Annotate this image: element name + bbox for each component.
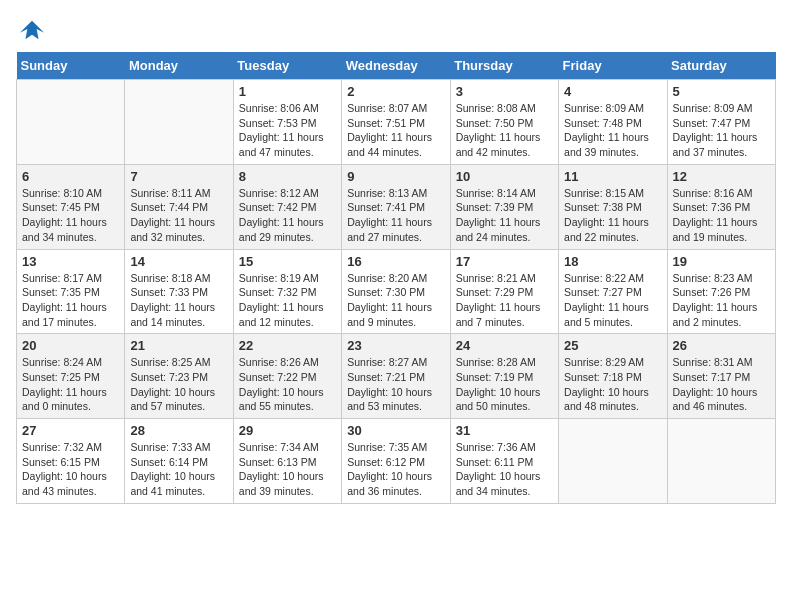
day-number: 4	[564, 84, 661, 99]
day-info: Sunrise: 8:18 AM Sunset: 7:33 PM Dayligh…	[130, 271, 227, 330]
calendar-cell: 1Sunrise: 8:06 AM Sunset: 7:53 PM Daylig…	[233, 80, 341, 165]
day-info: Sunrise: 8:27 AM Sunset: 7:21 PM Dayligh…	[347, 355, 444, 414]
calendar-cell: 31Sunrise: 7:36 AM Sunset: 6:11 PM Dayli…	[450, 419, 558, 504]
calendar-cell: 12Sunrise: 8:16 AM Sunset: 7:36 PM Dayli…	[667, 164, 775, 249]
calendar-cell: 2Sunrise: 8:07 AM Sunset: 7:51 PM Daylig…	[342, 80, 450, 165]
day-number: 1	[239, 84, 336, 99]
calendar-cell: 30Sunrise: 7:35 AM Sunset: 6:12 PM Dayli…	[342, 419, 450, 504]
day-info: Sunrise: 8:06 AM Sunset: 7:53 PM Dayligh…	[239, 101, 336, 160]
day-info: Sunrise: 8:07 AM Sunset: 7:51 PM Dayligh…	[347, 101, 444, 160]
day-info: Sunrise: 8:11 AM Sunset: 7:44 PM Dayligh…	[130, 186, 227, 245]
calendar-cell: 9Sunrise: 8:13 AM Sunset: 7:41 PM Daylig…	[342, 164, 450, 249]
day-number: 28	[130, 423, 227, 438]
svg-marker-0	[20, 21, 44, 40]
logo-bird-icon	[18, 16, 46, 44]
day-number: 10	[456, 169, 553, 184]
calendar-cell: 6Sunrise: 8:10 AM Sunset: 7:45 PM Daylig…	[17, 164, 125, 249]
calendar-cell: 16Sunrise: 8:20 AM Sunset: 7:30 PM Dayli…	[342, 249, 450, 334]
day-number: 29	[239, 423, 336, 438]
day-info: Sunrise: 8:24 AM Sunset: 7:25 PM Dayligh…	[22, 355, 119, 414]
day-number: 13	[22, 254, 119, 269]
day-number: 12	[673, 169, 770, 184]
calendar-cell: 13Sunrise: 8:17 AM Sunset: 7:35 PM Dayli…	[17, 249, 125, 334]
header-monday: Monday	[125, 52, 233, 80]
calendar-cell: 21Sunrise: 8:25 AM Sunset: 7:23 PM Dayli…	[125, 334, 233, 419]
day-info: Sunrise: 8:20 AM Sunset: 7:30 PM Dayligh…	[347, 271, 444, 330]
logo	[16, 16, 46, 40]
calendar-week-2: 6Sunrise: 8:10 AM Sunset: 7:45 PM Daylig…	[17, 164, 776, 249]
calendar-week-4: 20Sunrise: 8:24 AM Sunset: 7:25 PM Dayli…	[17, 334, 776, 419]
calendar-cell: 7Sunrise: 8:11 AM Sunset: 7:44 PM Daylig…	[125, 164, 233, 249]
day-info: Sunrise: 8:09 AM Sunset: 7:48 PM Dayligh…	[564, 101, 661, 160]
day-info: Sunrise: 8:25 AM Sunset: 7:23 PM Dayligh…	[130, 355, 227, 414]
day-number: 25	[564, 338, 661, 353]
calendar-week-1: 1Sunrise: 8:06 AM Sunset: 7:53 PM Daylig…	[17, 80, 776, 165]
day-info: Sunrise: 7:35 AM Sunset: 6:12 PM Dayligh…	[347, 440, 444, 499]
day-info: Sunrise: 8:17 AM Sunset: 7:35 PM Dayligh…	[22, 271, 119, 330]
header-friday: Friday	[559, 52, 667, 80]
day-number: 14	[130, 254, 227, 269]
calendar-cell: 29Sunrise: 7:34 AM Sunset: 6:13 PM Dayli…	[233, 419, 341, 504]
day-number: 5	[673, 84, 770, 99]
calendar-cell	[125, 80, 233, 165]
day-info: Sunrise: 8:13 AM Sunset: 7:41 PM Dayligh…	[347, 186, 444, 245]
day-number: 3	[456, 84, 553, 99]
calendar-cell	[667, 419, 775, 504]
header-sunday: Sunday	[17, 52, 125, 80]
calendar-cell: 20Sunrise: 8:24 AM Sunset: 7:25 PM Dayli…	[17, 334, 125, 419]
calendar-cell: 26Sunrise: 8:31 AM Sunset: 7:17 PM Dayli…	[667, 334, 775, 419]
calendar-cell: 28Sunrise: 7:33 AM Sunset: 6:14 PM Dayli…	[125, 419, 233, 504]
day-info: Sunrise: 7:36 AM Sunset: 6:11 PM Dayligh…	[456, 440, 553, 499]
day-info: Sunrise: 7:33 AM Sunset: 6:14 PM Dayligh…	[130, 440, 227, 499]
day-info: Sunrise: 8:29 AM Sunset: 7:18 PM Dayligh…	[564, 355, 661, 414]
calendar-cell	[17, 80, 125, 165]
day-info: Sunrise: 8:15 AM Sunset: 7:38 PM Dayligh…	[564, 186, 661, 245]
day-info: Sunrise: 8:22 AM Sunset: 7:27 PM Dayligh…	[564, 271, 661, 330]
day-number: 16	[347, 254, 444, 269]
day-info: Sunrise: 8:16 AM Sunset: 7:36 PM Dayligh…	[673, 186, 770, 245]
calendar-cell: 3Sunrise: 8:08 AM Sunset: 7:50 PM Daylig…	[450, 80, 558, 165]
day-info: Sunrise: 8:14 AM Sunset: 7:39 PM Dayligh…	[456, 186, 553, 245]
header-saturday: Saturday	[667, 52, 775, 80]
day-number: 7	[130, 169, 227, 184]
header	[16, 16, 776, 40]
day-info: Sunrise: 8:08 AM Sunset: 7:50 PM Dayligh…	[456, 101, 553, 160]
day-info: Sunrise: 8:28 AM Sunset: 7:19 PM Dayligh…	[456, 355, 553, 414]
calendar-cell: 19Sunrise: 8:23 AM Sunset: 7:26 PM Dayli…	[667, 249, 775, 334]
calendar-cell: 23Sunrise: 8:27 AM Sunset: 7:21 PM Dayli…	[342, 334, 450, 419]
day-number: 21	[130, 338, 227, 353]
calendar-cell: 14Sunrise: 8:18 AM Sunset: 7:33 PM Dayli…	[125, 249, 233, 334]
header-tuesday: Tuesday	[233, 52, 341, 80]
day-number: 20	[22, 338, 119, 353]
day-info: Sunrise: 8:19 AM Sunset: 7:32 PM Dayligh…	[239, 271, 336, 330]
calendar-cell: 15Sunrise: 8:19 AM Sunset: 7:32 PM Dayli…	[233, 249, 341, 334]
header-wednesday: Wednesday	[342, 52, 450, 80]
calendar-cell: 17Sunrise: 8:21 AM Sunset: 7:29 PM Dayli…	[450, 249, 558, 334]
day-info: Sunrise: 8:12 AM Sunset: 7:42 PM Dayligh…	[239, 186, 336, 245]
calendar-week-5: 27Sunrise: 7:32 AM Sunset: 6:15 PM Dayli…	[17, 419, 776, 504]
day-number: 19	[673, 254, 770, 269]
calendar-cell: 4Sunrise: 8:09 AM Sunset: 7:48 PM Daylig…	[559, 80, 667, 165]
day-info: Sunrise: 8:21 AM Sunset: 7:29 PM Dayligh…	[456, 271, 553, 330]
calendar-cell: 27Sunrise: 7:32 AM Sunset: 6:15 PM Dayli…	[17, 419, 125, 504]
day-number: 15	[239, 254, 336, 269]
calendar-cell: 25Sunrise: 8:29 AM Sunset: 7:18 PM Dayli…	[559, 334, 667, 419]
day-info: Sunrise: 8:23 AM Sunset: 7:26 PM Dayligh…	[673, 271, 770, 330]
calendar-cell: 18Sunrise: 8:22 AM Sunset: 7:27 PM Dayli…	[559, 249, 667, 334]
day-number: 26	[673, 338, 770, 353]
calendar-cell: 11Sunrise: 8:15 AM Sunset: 7:38 PM Dayli…	[559, 164, 667, 249]
calendar-cell: 8Sunrise: 8:12 AM Sunset: 7:42 PM Daylig…	[233, 164, 341, 249]
day-number: 8	[239, 169, 336, 184]
calendar-cell: 10Sunrise: 8:14 AM Sunset: 7:39 PM Dayli…	[450, 164, 558, 249]
header-thursday: Thursday	[450, 52, 558, 80]
calendar-week-3: 13Sunrise: 8:17 AM Sunset: 7:35 PM Dayli…	[17, 249, 776, 334]
calendar-header-row: SundayMondayTuesdayWednesdayThursdayFrid…	[17, 52, 776, 80]
day-number: 31	[456, 423, 553, 438]
day-number: 30	[347, 423, 444, 438]
calendar-cell: 22Sunrise: 8:26 AM Sunset: 7:22 PM Dayli…	[233, 334, 341, 419]
calendar-table: SundayMondayTuesdayWednesdayThursdayFrid…	[16, 52, 776, 504]
day-number: 6	[22, 169, 119, 184]
day-info: Sunrise: 8:31 AM Sunset: 7:17 PM Dayligh…	[673, 355, 770, 414]
day-number: 2	[347, 84, 444, 99]
day-number: 27	[22, 423, 119, 438]
